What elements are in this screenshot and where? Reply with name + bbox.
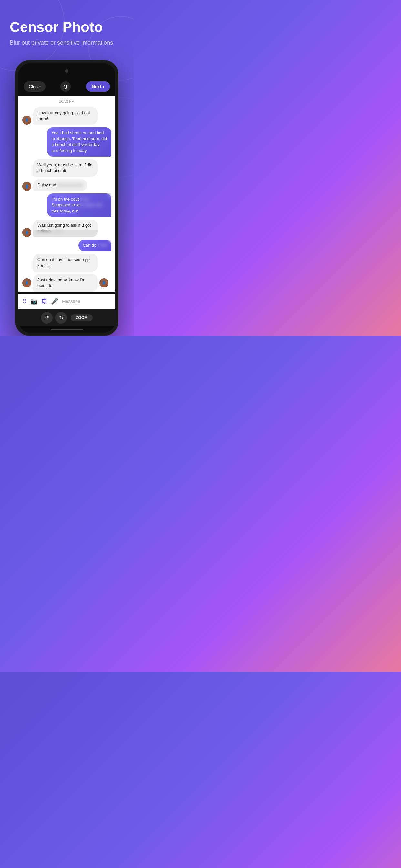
avatar: 👤 (22, 228, 31, 237)
undo-button[interactable]: ↺ (41, 312, 53, 323)
grid-icon[interactable]: ⠿ (22, 298, 27, 305)
zoom-label: ZOOM (71, 314, 93, 321)
phone-bottom-toolbar: ⠿ 📷 🖼 🎤 Message (19, 294, 115, 309)
message-bubble: Can do it any time, some ppl keep it (33, 254, 97, 271)
camera-icon[interactable]: 📷 (30, 298, 37, 305)
chat-row: Well yeah, must be sore if did a bunch o… (22, 159, 112, 177)
redo-button[interactable]: ↻ (55, 312, 67, 323)
phone-screen: Close ◑ Next › 10:32 PM 👤 How's ur day g… (19, 63, 115, 333)
home-bar (51, 329, 83, 330)
chat-row: Can do it any time, some ppl keep it (22, 254, 112, 271)
phone-outer-shell: Close ◑ Next › 10:32 PM 👤 How's ur day g… (15, 60, 119, 336)
chat-timestamp: 10:32 PM (22, 99, 112, 103)
chat-row: 👤 Just relax today, know I'm going to 👤 (22, 274, 112, 291)
phone-notch (19, 63, 115, 79)
camera-dot (65, 69, 68, 73)
close-button[interactable]: Close (24, 82, 45, 92)
chat-area: 10:32 PM 👤 How's ur day going, cold out … (19, 96, 115, 292)
avatar: 👤 (22, 182, 31, 191)
mic-icon[interactable]: 🎤 (51, 298, 58, 305)
chat-row: 👤 Was just going to ask if u got it down… (22, 220, 112, 237)
message-bubble: How's ur day going, cold out there! (33, 107, 97, 125)
app-toolbar: Close ◑ Next › (19, 79, 115, 96)
zoom-bar: ↺ ↻ ZOOM (19, 309, 115, 326)
next-button[interactable]: Next › (86, 82, 110, 92)
avatar-right: 👤 (99, 278, 109, 287)
message-bubble: Well yeah, must be sore if did a bunch o… (33, 159, 97, 177)
chat-row: Can do it this (22, 240, 112, 251)
phone-mockup: Close ◑ Next › 10:32 PM 👤 How's ur day g… (0, 54, 134, 336)
chat-row: Yea I had shorts on and had to change. T… (22, 127, 112, 157)
chat-row: 👤 Daisy and (22, 179, 112, 191)
page-subtitle: Blur out private or sensitive informatio… (10, 39, 124, 47)
home-indicator (19, 326, 115, 333)
image-icon[interactable]: 🖼 (41, 298, 47, 305)
message-bubble: Can do it this (79, 240, 112, 251)
message-bubble: Just relax today, know I'm going to (33, 274, 97, 291)
message-input[interactable]: Message (62, 299, 112, 304)
avatar: 👤 (22, 116, 31, 125)
page-title: Censor Photo (10, 20, 124, 35)
header-section: Censor Photo Blur out private or sensiti… (0, 0, 134, 54)
message-bubble-blurred: Daisy and (33, 179, 87, 191)
undo-redo-controls: ↺ ↻ (41, 312, 67, 323)
message-bubble: I'm on the couch too. Supposed to take d… (47, 193, 112, 217)
avatar: 👤 (22, 278, 31, 287)
app-logo-icon: ◑ (60, 82, 71, 92)
message-bubble-blurred: Was just going to ask if u got it down, (33, 220, 97, 237)
message-bubble: Yea I had shorts on and had to change. T… (47, 127, 112, 157)
chat-row: 👤 How's ur day going, cold out there! (22, 107, 112, 125)
chat-row: I'm on the couch too. Supposed to take d… (22, 193, 112, 217)
